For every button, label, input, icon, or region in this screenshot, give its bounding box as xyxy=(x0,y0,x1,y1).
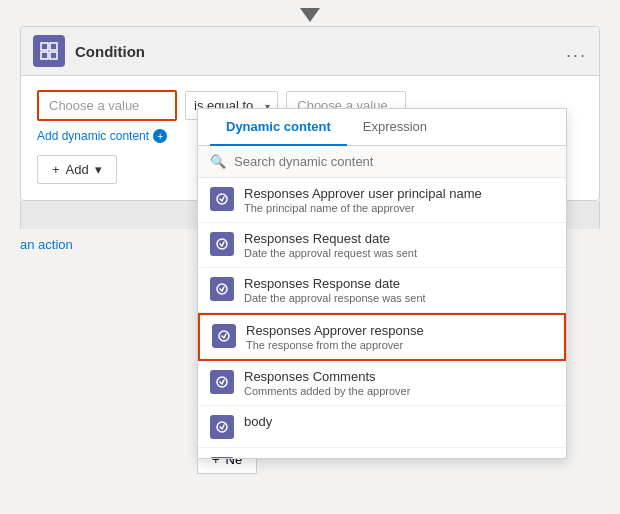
svg-rect-0 xyxy=(308,8,312,16)
plus-icon: + xyxy=(52,162,60,177)
item-text-group: Responses responder xyxy=(244,456,554,458)
item-icon xyxy=(210,187,234,211)
item-icon xyxy=(210,415,234,439)
svg-point-7 xyxy=(217,284,227,294)
search-area: 🔍 xyxy=(198,146,566,178)
list-item[interactable]: Responses Approver responseThe response … xyxy=(198,313,566,361)
item-icon xyxy=(210,232,234,256)
item-icon xyxy=(210,277,234,301)
item-icon xyxy=(210,457,234,458)
panel-tabs: Dynamic content Expression xyxy=(198,109,566,146)
item-icon xyxy=(210,370,234,394)
connector-arrow xyxy=(0,0,620,26)
svg-rect-4 xyxy=(50,52,57,59)
left-value-input[interactable]: Choose a value xyxy=(37,90,177,121)
list-item[interactable]: Responses Response dateDate the approval… xyxy=(198,268,566,313)
item-text-group: body xyxy=(244,414,554,429)
card-title: Condition xyxy=(75,43,556,60)
item-icon xyxy=(212,324,236,348)
dynamic-content-panel: Dynamic content Expression 🔍 Responses A… xyxy=(197,108,567,459)
svg-point-5 xyxy=(217,194,227,204)
list-item[interactable]: body xyxy=(198,406,566,448)
an-action-link[interactable]: an action xyxy=(20,237,73,252)
list-item[interactable]: Responses responder xyxy=(198,448,566,458)
list-item[interactable]: Responses CommentsComments added by the … xyxy=(198,361,566,406)
condition-icon xyxy=(33,35,65,67)
item-text-group: Responses Request dateDate the approval … xyxy=(244,231,554,259)
search-icon: 🔍 xyxy=(210,154,226,169)
item-text-group: Responses Approver user principal nameTh… xyxy=(244,186,554,214)
svg-rect-1 xyxy=(41,43,48,50)
svg-rect-3 xyxy=(41,52,48,59)
item-title: body xyxy=(244,414,554,429)
item-desc: The response from the approver xyxy=(246,339,552,351)
plus-badge-icon: + xyxy=(153,129,167,143)
more-options-button[interactable]: ... xyxy=(566,41,587,62)
list-item[interactable]: Responses Request dateDate the approval … xyxy=(198,223,566,268)
item-title: Responses Request date xyxy=(244,231,554,246)
item-desc: Comments added by the approver xyxy=(244,385,554,397)
item-title: Responses Comments xyxy=(244,369,554,384)
item-desc: Date the approval response was sent xyxy=(244,292,554,304)
list-item[interactable]: Responses Approver user principal nameTh… xyxy=(198,178,566,223)
item-text-group: Responses Approver responseThe response … xyxy=(246,323,552,351)
svg-point-9 xyxy=(217,377,227,387)
item-title: Responses Response date xyxy=(244,276,554,291)
item-text-group: Responses CommentsComments added by the … xyxy=(244,369,554,397)
add-button[interactable]: + Add ▾ xyxy=(37,155,117,184)
svg-point-10 xyxy=(217,422,227,432)
svg-point-6 xyxy=(217,239,227,249)
dynamic-link-text: Add dynamic content xyxy=(37,129,149,143)
svg-rect-2 xyxy=(50,43,57,50)
tab-expression[interactable]: Expression xyxy=(347,109,443,146)
item-title: Responses Approver user principal name xyxy=(244,186,554,201)
dynamic-content-list: Responses Approver user principal nameTh… xyxy=(198,178,566,458)
item-title: Responses Approver response xyxy=(246,323,552,338)
tab-dynamic-content[interactable]: Dynamic content xyxy=(210,109,347,146)
item-text-group: Responses Response dateDate the approval… xyxy=(244,276,554,304)
search-input[interactable] xyxy=(234,154,554,169)
svg-point-8 xyxy=(219,331,229,341)
card-header: Condition ... xyxy=(21,27,599,76)
item-desc: Date the approval request was sent xyxy=(244,247,554,259)
item-title: Responses responder xyxy=(244,456,554,458)
add-label: Add xyxy=(66,162,89,177)
item-desc: The principal name of the approver xyxy=(244,202,554,214)
chevron-down-icon: ▾ xyxy=(95,162,102,177)
